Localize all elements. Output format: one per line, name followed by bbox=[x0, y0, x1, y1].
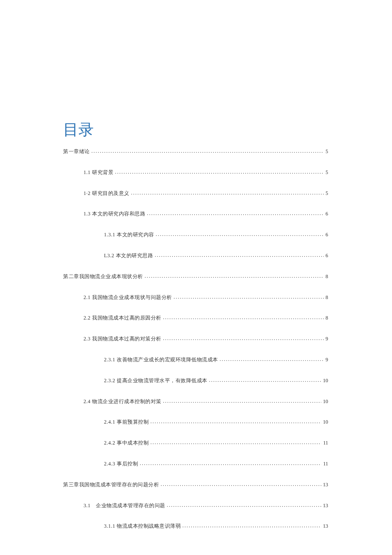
toc-leader-dots bbox=[150, 418, 321, 425]
toc-entry: 2.3 我国物流成本过高的对策分析9 bbox=[84, 335, 328, 343]
toc-leader-dots bbox=[92, 148, 324, 155]
toc-entry: 2.3.1 改善物流产业成长的宏观环境降低物流成本9 bbox=[104, 356, 328, 363]
toc-entry-page: 8 bbox=[326, 273, 328, 280]
toc-entry-page: 6 bbox=[326, 210, 328, 218]
toc-entry-label: 1.3 本文的研究内容和思路 bbox=[84, 210, 145, 218]
toc-entry-label: 1·2 研究目的及意义 bbox=[84, 190, 130, 197]
toc-entry-label: 2.3.2 提高企业物流管理水平，有效降低成本 bbox=[104, 377, 208, 384]
toc-entry-label: 2.4 物流企业进行成本控制的对策 bbox=[84, 398, 161, 405]
toc-entry: 2.4 物流企业进行成本控制的对策10 bbox=[84, 398, 328, 405]
toc-entry: 2.1 我国物流企业成本现状与问题分析8 bbox=[84, 294, 328, 301]
toc-entry-page: 6 bbox=[326, 231, 328, 238]
toc-entry-label: 2.4.1 事前预算控制 bbox=[104, 418, 149, 426]
toc-entry-page: 5 bbox=[326, 169, 328, 176]
toc-entry-page: 13 bbox=[323, 523, 328, 530]
toc-entry-label: 第二章我国物流企业成本现状分析 bbox=[63, 273, 143, 280]
toc-entry-page: 5 bbox=[326, 190, 328, 197]
toc-entry-label: 2.4.3 事后控制 bbox=[104, 460, 138, 468]
toc-entry-label: 2.4.2 事中成本控制 bbox=[104, 439, 149, 447]
toc-leader-dots bbox=[182, 522, 321, 529]
toc-leader-dots bbox=[156, 231, 324, 238]
toc-leader-dots bbox=[140, 460, 321, 467]
toc-entry: 1·2 研究目的及意义5 bbox=[84, 190, 328, 197]
toc-heading: 目录 bbox=[63, 119, 328, 140]
toc-entry-label: L3.2 本文的研究思路 bbox=[104, 252, 153, 259]
toc-entry-page: 8 bbox=[326, 294, 328, 301]
toc-entry-page: 8 bbox=[326, 314, 328, 322]
toc-leader-dots bbox=[209, 377, 322, 384]
toc-entry-page: 10 bbox=[323, 398, 328, 405]
toc-entry-page: 10 bbox=[323, 418, 328, 426]
toc-entry-page: 13 bbox=[323, 502, 328, 509]
toc-entry-page: 11 bbox=[323, 460, 328, 468]
toc-entry: 2.4.1 事前预算控制10 bbox=[104, 418, 328, 426]
toc-entry: 2.4.3 事后控制11 bbox=[104, 460, 328, 468]
toc-leader-dots bbox=[131, 189, 324, 197]
toc-entry-label: 3.1 企业物流成本管理存在的问题 bbox=[84, 502, 165, 509]
toc-leader-dots bbox=[155, 252, 324, 259]
toc-entry-label: 2.2 我国物流成本过高的原因分析 bbox=[84, 314, 161, 322]
toc-entry-label: 2.3 我国物流成本过高的对策分析 bbox=[84, 335, 161, 343]
toc-entry-label: 2.1 我国物流企业成本现状与问题分析 bbox=[84, 294, 172, 301]
toc-leader-dots bbox=[163, 398, 322, 405]
toc-entry: L3.2 本文的研究思路6 bbox=[104, 252, 328, 259]
toc-entry: 3.1.1 物流成本控制战略意识薄弱13 bbox=[104, 523, 328, 530]
toc-entry: 第三章我国物流成本管理存在的问题分析13 bbox=[63, 481, 328, 488]
toc-entry: 第二章我国物流企业成本现状分析8 bbox=[63, 273, 328, 280]
toc-leader-dots bbox=[167, 502, 322, 509]
toc-entry: 2.4.2 事中成本控制11 bbox=[104, 439, 328, 447]
toc-leader-dots bbox=[115, 169, 324, 176]
toc-container: 第一章绪论51.1 研究背景51·2 研究目的及意义51.3 本文的研究内容和思… bbox=[63, 148, 328, 530]
toc-entry: 1.1 研究背景5 bbox=[84, 169, 328, 176]
toc-entry: 1.3 本文的研究内容和思路6 bbox=[84, 210, 328, 218]
toc-entry-label: 第三章我国物流成本管理存在的问题分析 bbox=[63, 481, 159, 488]
toc-entry: 2.2 我国物流成本过高的原因分析8 bbox=[84, 314, 328, 322]
toc-leader-dots bbox=[163, 335, 324, 342]
toc-entry: 1.3.1 本文的研究内容6 bbox=[104, 231, 328, 238]
toc-leader-dots bbox=[174, 293, 324, 301]
toc-leader-dots bbox=[147, 210, 324, 217]
toc-entry: 第一章绪论5 bbox=[63, 148, 328, 155]
toc-entry-page: 5 bbox=[326, 148, 328, 155]
toc-entry-label: 1.1 研究背景 bbox=[84, 169, 113, 176]
toc-leader-dots bbox=[163, 314, 324, 321]
toc-entry-page: 13 bbox=[323, 481, 328, 488]
toc-entry-label: 3.1.1 物流成本控制战略意识薄弱 bbox=[104, 523, 181, 530]
toc-entry: 2.3.2 提高企业物流管理水平，有效降低成本10 bbox=[104, 377, 328, 384]
toc-entry-page: 9 bbox=[326, 356, 328, 363]
toc-entry-label: 1.3.1 本文的研究内容 bbox=[104, 231, 154, 238]
toc-entry-page: 11 bbox=[323, 439, 328, 447]
document-page: 目录 第一章绪论51.1 研究背景51·2 研究目的及意义51.3 本文的研究内… bbox=[63, 119, 328, 543]
toc-entry-label: 2.3.1 改善物流产业成长的宏观环境降低物流成本 bbox=[104, 356, 218, 363]
toc-entry-label: 第一章绪论 bbox=[63, 148, 90, 155]
toc-leader-dots bbox=[150, 439, 321, 446]
toc-entry-page: 6 bbox=[326, 252, 328, 259]
toc-entry-page: 10 bbox=[323, 377, 328, 384]
toc-leader-dots bbox=[220, 356, 324, 363]
toc-leader-dots bbox=[145, 273, 324, 280]
toc-leader-dots bbox=[161, 481, 321, 488]
toc-entry: 3.1 企业物流成本管理存在的问题13 bbox=[84, 502, 328, 509]
toc-entry-page: 9 bbox=[326, 335, 328, 343]
